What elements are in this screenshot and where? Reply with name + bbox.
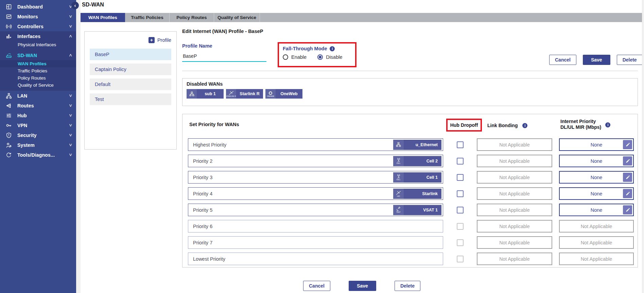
edit-pencil-icon[interactable]: [623, 205, 632, 214]
profile-item-captain-policy[interactable]: Captain Policy: [90, 64, 171, 75]
sidebar-item-sd-wan[interactable]: SD-WAN˄: [0, 50, 76, 60]
info-icon[interactable]: i: [330, 46, 335, 51]
sidebar-item-routes[interactable]: Routes˅: [0, 101, 76, 110]
link-bonding-field[interactable]: Not Applicable: [477, 171, 552, 184]
sidebar-item-vpn[interactable]: VPN˅: [0, 120, 76, 130]
link-bonding-field[interactable]: Not Applicable: [477, 155, 552, 167]
sidebar-item-wan-profiles[interactable]: WAN Profiles: [0, 60, 76, 67]
wan-chip-vsat-1: VSATVSAT 1: [393, 205, 441, 215]
save-button[interactable]: Save: [349, 281, 376, 291]
sidebar-item-label: SD-WAN: [17, 53, 37, 58]
cancel-button[interactable]: Cancel: [549, 55, 576, 65]
wan-chip-starlink: LEOStarlink: [393, 189, 441, 199]
fall-through-disable-option[interactable]: Disable: [317, 54, 342, 60]
tools-icon: [5, 152, 13, 158]
priority-row-label: Priority 5: [193, 207, 212, 213]
hub-dropoff-checkbox[interactable]: [457, 158, 464, 165]
priority-slot-priority-2[interactable]: Priority 2CELLCell 2: [188, 155, 443, 167]
edit-pencil-icon[interactable]: [623, 189, 632, 198]
profile-list: BasePCaptain PolicyDefaultTest: [90, 49, 171, 108]
edit-pencil-icon[interactable]: [623, 156, 632, 166]
hub-dropoff-checkbox[interactable]: [457, 256, 464, 262]
internet-priority-field[interactable]: None: [559, 204, 634, 216]
link-bonding-field[interactable]: Not Applicable: [477, 138, 552, 151]
priority-row-label: Highest Priority: [193, 142, 226, 148]
internet-priority-field[interactable]: None: [559, 187, 634, 200]
chip-caption: ONEWEB: [267, 96, 274, 97]
profile-item-label: BaseP: [95, 52, 109, 57]
edit-pencil-icon[interactable]: [623, 140, 632, 149]
sidebar-item-physical-interfaces[interactable]: Physical Interfaces: [0, 41, 76, 48]
priority-section: Set Priority for WANs Hub Dropoff Link B…: [182, 114, 638, 268]
hub-dropoff-cell: [443, 207, 477, 213]
hub-dropoff-checkbox[interactable]: [457, 174, 464, 181]
sidebar-item-system[interactable]: System˅: [0, 140, 76, 150]
info-icon[interactable]: i: [605, 122, 610, 127]
sidebar-item-hub[interactable]: Hub˅: [0, 110, 76, 120]
cancel-button[interactable]: Cancel: [303, 281, 330, 291]
collapse-sidebar-button[interactable]: ‹: [71, 2, 79, 9]
sidebar-item-interfaces[interactable]: Interfaces˄: [0, 31, 76, 41]
sidebar-subitem-label: Quality of Service: [18, 83, 54, 88]
sidebar-item-dashboard[interactable]: Dashboard˅: [0, 2, 76, 12]
sidebar-item-traffic-policies[interactable]: Traffic Policies: [0, 67, 76, 74]
link-bonding-field: Not Applicable: [477, 253, 552, 265]
app-root: Dashboard˅Monitors˅Controllers˅Interface…: [0, 0, 644, 293]
hub-dropoff-checkbox[interactable]: [457, 223, 464, 230]
sidebar-item-label: Controllers: [17, 24, 43, 29]
wan-chip-cell-1: CELLCell 1: [393, 172, 441, 183]
hub-dropoff-checkbox[interactable]: [457, 207, 464, 213]
priority-slot-priority-5[interactable]: Priority 5VSATVSAT 1: [188, 204, 443, 216]
sidebar-subitem-label: WAN Profiles: [18, 61, 47, 66]
sidebar-item-label: Hub: [17, 113, 27, 118]
save-button[interactable]: Save: [583, 55, 610, 65]
chevron-down-icon: ˅: [69, 142, 72, 148]
add-profile-button[interactable]: + Profile: [149, 37, 171, 43]
sidebar-item-monitors[interactable]: Monitors˅: [0, 12, 76, 21]
hub-dropoff-checkbox[interactable]: [457, 190, 464, 197]
sidebar-group-interfaces: Interfaces˄Physical Interfaces: [0, 31, 76, 50]
edit-pencil-icon[interactable]: [623, 173, 632, 182]
sidebar-item-lan[interactable]: LAN˅: [0, 91, 76, 101]
priority-slot-highest-priority[interactable]: Highest Priorityu_Ethernet: [188, 138, 443, 151]
priority-row-priority-5: Priority 5VSATVSAT 1Not ApplicableNone: [188, 204, 634, 216]
internet-priority-field[interactable]: None: [559, 155, 634, 167]
sidebar-item-tools-diagnos[interactable]: Tools/Diagnos...˅: [0, 150, 76, 160]
priority-slot-priority-7[interactable]: Priority 7: [188, 236, 443, 249]
priority-slot-priority-4[interactable]: Priority 4LEOStarlink: [188, 187, 443, 200]
tab-wan-profiles[interactable]: WAN Profiles: [81, 13, 125, 22]
delete-button[interactable]: Delete: [395, 281, 420, 291]
hub-dropoff-checkbox[interactable]: [457, 239, 464, 246]
fall-through-mode-section: Fall-Through Mode i Enable Disable: [278, 42, 356, 67]
chip-caption: CELL: [396, 179, 400, 180]
fall-through-enable-option[interactable]: Enable: [283, 54, 307, 60]
priority-slot-priority-6[interactable]: Priority 6: [188, 220, 443, 232]
priority-slot-lowest-priority[interactable]: Lowest Priority: [188, 253, 443, 265]
sidebar-item-policy-routes[interactable]: Policy Routes: [0, 74, 76, 82]
tab-traffic-policies[interactable]: Traffic Policies: [125, 13, 170, 22]
profile-item-default[interactable]: Default: [90, 79, 171, 90]
profile-item-test[interactable]: Test: [90, 93, 171, 105]
sidebar-item-controllers[interactable]: Controllers˅: [0, 21, 76, 31]
tab-quality-of-service[interactable]: Quality of Service: [214, 13, 260, 22]
profile-name-input[interactable]: [182, 51, 266, 62]
link-bonding-field[interactable]: Not Applicable: [477, 204, 552, 216]
profile-item-basep[interactable]: BaseP: [90, 49, 171, 60]
plus-icon: +: [149, 37, 155, 43]
priority-slot-priority-3[interactable]: Priority 3CELLCell 1: [188, 171, 443, 184]
disable-label: Disable: [326, 54, 342, 60]
internet-priority-field[interactable]: None: [559, 138, 634, 151]
hub-dropoff-checkbox[interactable]: [457, 141, 464, 148]
hub-dropoff-highlight: Hub Dropoff: [446, 119, 482, 132]
link-bonding-field[interactable]: Not Applicable: [477, 187, 552, 200]
priority-row-lowest-priority: Lowest PriorityNot ApplicableNot Applica…: [188, 253, 634, 265]
page-scrollbar[interactable]: [642, 0, 644, 293]
info-icon[interactable]: i: [522, 123, 527, 128]
internet-priority-field[interactable]: None: [559, 171, 634, 184]
tab-policy-routes[interactable]: Policy Routes: [170, 13, 214, 22]
delete-button[interactable]: Delete: [617, 55, 643, 65]
chevron-up-icon: ˄: [69, 34, 72, 39]
sidebar-item-quality-of-service[interactable]: Quality of Service: [0, 82, 76, 89]
sidebar-item-security[interactable]: Security˅: [0, 130, 76, 140]
chip-caption: VSAT: [396, 211, 400, 213]
